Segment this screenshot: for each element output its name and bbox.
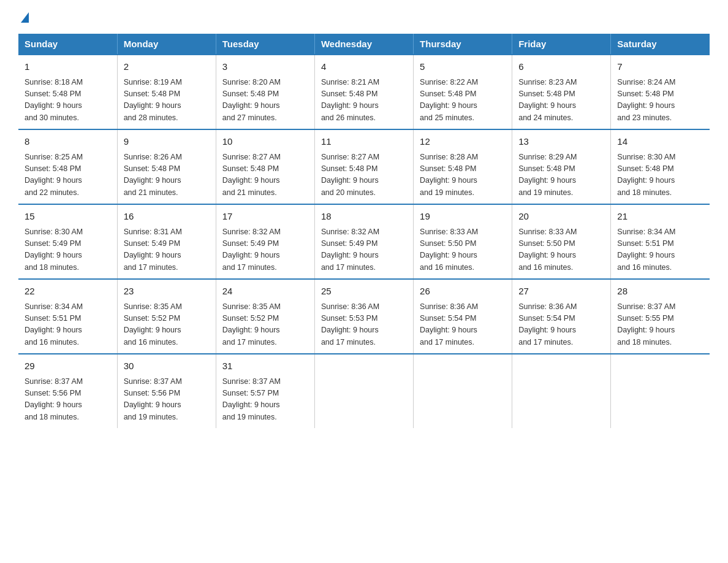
day-cell-2: 2Sunrise: 8:19 AMSunset: 5:48 PMDaylight… [117, 55, 216, 129]
day-number: 23 [124, 285, 210, 299]
day-info: Sunrise: 8:32 AMSunset: 5:49 PMDaylight:… [222, 228, 281, 272]
weekday-header-friday: Friday [512, 34, 611, 55]
day-info: Sunrise: 8:34 AMSunset: 5:51 PMDaylight:… [617, 228, 675, 272]
day-number: 7 [617, 60, 703, 74]
day-number: 29 [25, 359, 111, 373]
day-info: Sunrise: 8:37 AMSunset: 5:57 PMDaylight:… [222, 377, 281, 421]
logo [18, 12, 29, 21]
day-number: 3 [222, 60, 308, 74]
day-cell-14: 14Sunrise: 8:30 AMSunset: 5:48 PMDayligh… [611, 129, 710, 204]
day-info: Sunrise: 8:27 AMSunset: 5:48 PMDaylight:… [321, 153, 379, 197]
day-info: Sunrise: 8:21 AMSunset: 5:48 PMDaylight:… [321, 78, 379, 122]
day-cell-8: 8Sunrise: 8:25 AMSunset: 5:48 PMDaylight… [18, 129, 117, 204]
day-info: Sunrise: 8:20 AMSunset: 5:48 PMDaylight:… [222, 78, 281, 122]
day-number: 28 [617, 285, 703, 299]
day-info: Sunrise: 8:29 AMSunset: 5:48 PMDaylight:… [518, 153, 577, 197]
day-cell-6: 6Sunrise: 8:23 AMSunset: 5:48 PMDaylight… [512, 55, 611, 129]
day-number: 24 [222, 285, 308, 299]
day-info: Sunrise: 8:37 AMSunset: 5:56 PMDaylight:… [25, 377, 83, 421]
day-info: Sunrise: 8:24 AMSunset: 5:48 PMDaylight:… [617, 78, 675, 122]
day-number: 20 [518, 210, 604, 224]
empty-cell [512, 354, 611, 428]
day-cell-31: 31Sunrise: 8:37 AMSunset: 5:57 PMDayligh… [216, 354, 314, 428]
day-cell-12: 12Sunrise: 8:28 AMSunset: 5:48 PMDayligh… [414, 129, 512, 204]
day-cell-11: 11Sunrise: 8:27 AMSunset: 5:48 PMDayligh… [314, 129, 413, 204]
day-number: 2 [124, 60, 210, 74]
day-cell-27: 27Sunrise: 8:36 AMSunset: 5:54 PMDayligh… [512, 279, 611, 354]
day-info: Sunrise: 8:36 AMSunset: 5:54 PMDaylight:… [420, 302, 478, 347]
weekday-header-wednesday: Wednesday [314, 34, 413, 55]
empty-cell [414, 354, 512, 428]
weekday-header-sunday: Sunday [18, 34, 117, 55]
weekday-header-saturday: Saturday [611, 34, 710, 55]
day-number: 17 [222, 210, 308, 224]
day-info: Sunrise: 8:25 AMSunset: 5:48 PMDaylight:… [25, 153, 83, 197]
day-number: 22 [25, 285, 111, 299]
day-info: Sunrise: 8:26 AMSunset: 5:48 PMDaylight:… [124, 153, 182, 197]
day-cell-22: 22Sunrise: 8:34 AMSunset: 5:51 PMDayligh… [18, 279, 117, 354]
empty-cell [314, 354, 413, 428]
day-number: 1 [25, 60, 111, 74]
day-number: 10 [222, 135, 308, 149]
day-number: 11 [321, 135, 407, 149]
day-number: 30 [124, 359, 210, 373]
day-info: Sunrise: 8:18 AMSunset: 5:48 PMDaylight:… [25, 78, 83, 122]
day-number: 21 [617, 210, 703, 224]
day-info: Sunrise: 8:34 AMSunset: 5:51 PMDaylight:… [25, 302, 83, 347]
weekday-header-row: SundayMondayTuesdayWednesdayThursdayFrid… [18, 34, 710, 55]
week-row-2: 8Sunrise: 8:25 AMSunset: 5:48 PMDaylight… [18, 129, 710, 204]
day-number: 27 [518, 285, 604, 299]
day-cell-13: 13Sunrise: 8:29 AMSunset: 5:48 PMDayligh… [512, 129, 611, 204]
weekday-header-tuesday: Tuesday [216, 34, 314, 55]
day-info: Sunrise: 8:36 AMSunset: 5:54 PMDaylight:… [518, 302, 577, 347]
day-info: Sunrise: 8:33 AMSunset: 5:50 PMDaylight:… [420, 228, 478, 272]
day-number: 9 [124, 135, 210, 149]
day-number: 5 [420, 60, 506, 74]
day-cell-3: 3Sunrise: 8:20 AMSunset: 5:48 PMDaylight… [216, 55, 314, 129]
day-cell-26: 26Sunrise: 8:36 AMSunset: 5:54 PMDayligh… [414, 279, 512, 354]
logo-triangle-icon [21, 12, 29, 23]
day-number: 18 [321, 210, 407, 224]
day-number: 4 [321, 60, 407, 74]
calendar-table: SundayMondayTuesdayWednesdayThursdayFrid… [18, 34, 710, 428]
day-info: Sunrise: 8:22 AMSunset: 5:48 PMDaylight:… [420, 78, 478, 122]
day-info: Sunrise: 8:23 AMSunset: 5:48 PMDaylight:… [518, 78, 577, 122]
day-cell-29: 29Sunrise: 8:37 AMSunset: 5:56 PMDayligh… [18, 354, 117, 428]
week-row-5: 29Sunrise: 8:37 AMSunset: 5:56 PMDayligh… [18, 354, 710, 428]
day-number: 14 [617, 135, 703, 149]
day-number: 15 [25, 210, 111, 224]
day-info: Sunrise: 8:35 AMSunset: 5:52 PMDaylight:… [124, 302, 182, 347]
day-info: Sunrise: 8:37 AMSunset: 5:56 PMDaylight:… [124, 377, 182, 421]
day-cell-21: 21Sunrise: 8:34 AMSunset: 5:51 PMDayligh… [611, 204, 710, 279]
empty-cell [611, 354, 710, 428]
day-number: 13 [518, 135, 604, 149]
day-cell-20: 20Sunrise: 8:33 AMSunset: 5:50 PMDayligh… [512, 204, 611, 279]
day-info: Sunrise: 8:35 AMSunset: 5:52 PMDaylight:… [222, 302, 281, 347]
day-cell-18: 18Sunrise: 8:32 AMSunset: 5:49 PMDayligh… [314, 204, 413, 279]
day-info: Sunrise: 8:36 AMSunset: 5:53 PMDaylight:… [321, 302, 379, 347]
day-cell-16: 16Sunrise: 8:31 AMSunset: 5:49 PMDayligh… [117, 204, 216, 279]
day-info: Sunrise: 8:19 AMSunset: 5:48 PMDaylight:… [124, 78, 182, 122]
day-cell-1: 1Sunrise: 8:18 AMSunset: 5:48 PMDaylight… [18, 55, 117, 129]
week-row-4: 22Sunrise: 8:34 AMSunset: 5:51 PMDayligh… [18, 279, 710, 354]
day-info: Sunrise: 8:27 AMSunset: 5:48 PMDaylight:… [222, 153, 281, 197]
day-cell-5: 5Sunrise: 8:22 AMSunset: 5:48 PMDaylight… [414, 55, 512, 129]
day-info: Sunrise: 8:30 AMSunset: 5:48 PMDaylight:… [617, 153, 675, 197]
day-number: 31 [222, 359, 308, 373]
day-number: 8 [25, 135, 111, 149]
day-info: Sunrise: 8:30 AMSunset: 5:49 PMDaylight:… [25, 228, 83, 272]
day-cell-19: 19Sunrise: 8:33 AMSunset: 5:50 PMDayligh… [414, 204, 512, 279]
day-cell-30: 30Sunrise: 8:37 AMSunset: 5:56 PMDayligh… [117, 354, 216, 428]
day-number: 6 [518, 60, 604, 74]
day-cell-28: 28Sunrise: 8:37 AMSunset: 5:55 PMDayligh… [611, 279, 710, 354]
day-info: Sunrise: 8:28 AMSunset: 5:48 PMDaylight:… [420, 153, 478, 197]
week-row-3: 15Sunrise: 8:30 AMSunset: 5:49 PMDayligh… [18, 204, 710, 279]
day-cell-17: 17Sunrise: 8:32 AMSunset: 5:49 PMDayligh… [216, 204, 314, 279]
day-cell-4: 4Sunrise: 8:21 AMSunset: 5:48 PMDaylight… [314, 55, 413, 129]
day-cell-24: 24Sunrise: 8:35 AMSunset: 5:52 PMDayligh… [216, 279, 314, 354]
day-cell-15: 15Sunrise: 8:30 AMSunset: 5:49 PMDayligh… [18, 204, 117, 279]
day-info: Sunrise: 8:33 AMSunset: 5:50 PMDaylight:… [518, 228, 577, 272]
day-info: Sunrise: 8:37 AMSunset: 5:55 PMDaylight:… [617, 302, 675, 347]
day-cell-10: 10Sunrise: 8:27 AMSunset: 5:48 PMDayligh… [216, 129, 314, 204]
weekday-header-monday: Monday [117, 34, 216, 55]
